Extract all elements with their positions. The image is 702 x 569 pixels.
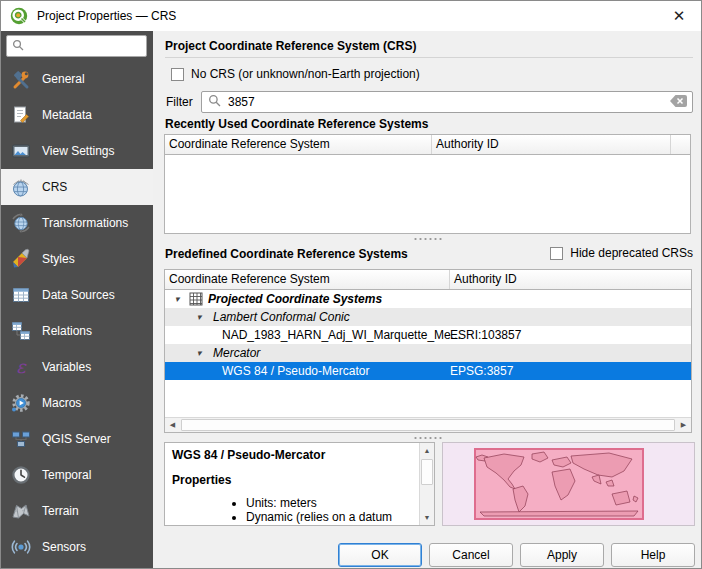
- details-bullet: Units: meters: [246, 496, 417, 510]
- apply-button[interactable]: Apply: [520, 543, 604, 567]
- crs-details-panel: WGS 84 / Pseudo-Mercator Properties Unit…: [164, 442, 435, 526]
- sidebar-item-label: Sensors: [42, 540, 86, 554]
- sidebar-item-data-sources[interactable]: Data Sources: [1, 277, 153, 313]
- tree-row-label: Projected Coordinate Systems: [208, 292, 382, 306]
- no-crs-row: No CRS (or unknown/non-Earth projection): [171, 67, 420, 81]
- ok-button[interactable]: OK: [338, 543, 422, 567]
- hide-deprecated-row: Hide deprecated CRSs: [550, 246, 693, 260]
- dialog-buttons: OK Cancel Apply Help: [338, 543, 695, 567]
- clock-icon: [9, 463, 33, 487]
- sidebar-item-sensors[interactable]: Sensors: [1, 529, 153, 565]
- splitter-handle[interactable]: [153, 236, 702, 242]
- scroll-up-icon[interactable]: ▲: [420, 443, 434, 458]
- sidebar-item-crs[interactable]: CRS: [1, 169, 153, 205]
- main-panel: Project Coordinate Reference System (CRS…: [153, 31, 702, 569]
- globe-arrows-icon: [9, 211, 33, 235]
- tree-row-label: Lambert Conformal Conic: [213, 310, 350, 324]
- sidebar-item-temporal[interactable]: Temporal: [1, 457, 153, 493]
- predefined-heading: Predefined Coordinate Reference Systems: [165, 247, 408, 261]
- sidebar-item-label: Metadata: [42, 108, 92, 122]
- recent-col-crs[interactable]: Coordinate Reference System: [165, 135, 432, 154]
- splitter-handle[interactable]: [153, 435, 702, 441]
- chevron-down-icon[interactable]: ▾: [171, 290, 183, 308]
- tree-row-lambert[interactable]: ▾ Lambert Conformal Conic: [165, 308, 691, 326]
- cancel-button[interactable]: Cancel: [429, 543, 513, 567]
- sidebar-search[interactable]: [6, 35, 147, 57]
- sidebar-item-transformations[interactable]: Transformations: [1, 205, 153, 241]
- tree-row-authority: EPSG:3857: [450, 362, 513, 380]
- scrollbar-thumb[interactable]: [421, 459, 433, 485]
- view-settings-icon: [9, 139, 33, 163]
- tree-row-label: NAD_1983_HARN_Adj_WI_Marquette_Me...: [222, 328, 461, 342]
- filter-row: Filter: [166, 91, 693, 113]
- tree-row-wgs84-pseudo-mercator[interactable]: WGS 84 / Pseudo-Mercator EPSG:3857: [165, 362, 691, 380]
- help-button[interactable]: Help: [611, 543, 695, 567]
- terrain-icon: [9, 499, 33, 523]
- filter-label: Filter: [166, 95, 201, 109]
- hide-deprecated-checkbox[interactable]: [550, 247, 563, 260]
- sidebar-item-macros[interactable]: Macros: [1, 385, 153, 421]
- table-icon: [9, 283, 33, 307]
- filter-input[interactable]: [226, 94, 669, 110]
- sidebar-item-label: QGIS Server: [42, 432, 111, 446]
- sidebar-item-qgis-server[interactable]: QGIS Server: [1, 421, 153, 457]
- project-properties-dialog: Project Properties — CRS ✕ Genera: [0, 0, 702, 569]
- tree-row-nad1983[interactable]: NAD_1983_HARN_Adj_WI_Marquette_Me... ESR…: [165, 326, 691, 344]
- filter-box: [201, 91, 693, 113]
- globe-icon: [9, 175, 33, 199]
- sidebar-item-general[interactable]: General: [1, 61, 153, 97]
- recent-heading: Recently Used Coordinate Reference Syste…: [165, 117, 428, 131]
- sensors-icon: [9, 535, 33, 559]
- recent-crs-table[interactable]: Coordinate Reference System Authority ID: [164, 134, 691, 234]
- sidebar-item-variables[interactable]: ε Variables: [1, 349, 153, 385]
- tree-row-mercator[interactable]: ▾ Mercator: [165, 344, 691, 362]
- sidebar-item-label: Terrain: [42, 504, 79, 518]
- sidebar-item-label: View Settings: [42, 144, 115, 158]
- details-bullet-list: Units: meters Dynamic (relies on a datum…: [232, 496, 417, 525]
- recent-col-authority[interactable]: Authority ID: [432, 135, 671, 154]
- tree-row-label: WGS 84 / Pseudo-Mercator: [222, 364, 369, 378]
- scrollbar-thumb[interactable]: [181, 419, 675, 431]
- details-properties-heading: Properties: [172, 473, 417, 487]
- clear-icon[interactable]: [669, 94, 688, 111]
- gear-play-icon: [9, 391, 33, 415]
- search-icon: [12, 39, 24, 54]
- sidebar-item-view-settings[interactable]: View Settings: [1, 133, 153, 169]
- paintbrush-icon: [9, 247, 33, 271]
- no-crs-checkbox[interactable]: [171, 68, 184, 81]
- predefined-crs-table[interactable]: Coordinate Reference System Authority ID…: [164, 269, 692, 433]
- sidebar-item-label: Transformations: [42, 216, 128, 230]
- horizontal-scrollbar[interactable]: ◀ ▶: [165, 417, 691, 432]
- sidebar-item-label: Variables: [42, 360, 91, 374]
- predefined-col-authority[interactable]: Authority ID: [450, 270, 691, 289]
- window-title: Project Properties — CRS: [37, 9, 176, 23]
- details-bullet: Dynamic (relies on a datum which is not …: [246, 510, 417, 525]
- predefined-col-crs[interactable]: Coordinate Reference System: [165, 270, 450, 289]
- close-icon[interactable]: ✕: [657, 1, 701, 31]
- sidebar-item-terrain[interactable]: Terrain: [1, 493, 153, 529]
- sidebar-search-input[interactable]: [28, 38, 146, 54]
- scroll-down-icon[interactable]: ▼: [420, 510, 434, 525]
- scroll-left-icon[interactable]: ◀: [165, 418, 180, 432]
- sidebar-item-label: Styles: [42, 252, 75, 266]
- title-bar: Project Properties — CRS ✕: [1, 1, 701, 31]
- relations-icon: [9, 319, 33, 343]
- chevron-down-icon[interactable]: ▾: [193, 344, 205, 362]
- sidebar-item-label: Data Sources: [42, 288, 115, 302]
- metadata-icon: [9, 103, 33, 127]
- crs-extent-map-preview: [442, 442, 695, 526]
- scroll-right-icon[interactable]: ▶: [676, 418, 691, 432]
- no-crs-label: No CRS (or unknown/non-Earth projection): [191, 67, 420, 81]
- sidebar-item-styles[interactable]: Styles: [1, 241, 153, 277]
- epsilon-icon: ε: [9, 355, 33, 379]
- sidebar-item-label: Macros: [42, 396, 81, 410]
- tree-row-projected[interactable]: ▾ Projected Coordinate Systems: [165, 290, 691, 308]
- qgis-logo-icon: [10, 7, 28, 25]
- sidebar-item-label: General: [42, 72, 85, 86]
- vertical-scrollbar[interactable]: ▲ ▼: [419, 443, 434, 525]
- sidebar: General Metadata: [1, 31, 153, 569]
- sidebar-item-relations[interactable]: Relations: [1, 313, 153, 349]
- sidebar-item-metadata[interactable]: Metadata: [1, 97, 153, 133]
- sidebar-item-label: CRS: [42, 180, 67, 194]
- chevron-down-icon[interactable]: ▾: [193, 308, 205, 326]
